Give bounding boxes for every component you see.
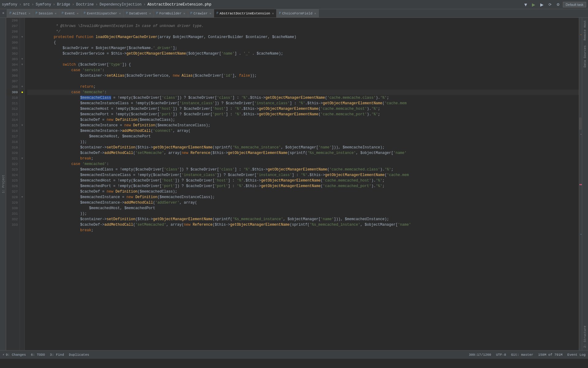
code-line-303: switch ($cacheDriver['type']) { xyxy=(27,56,579,62)
tab-dataevent[interactable]: P DataEvent ✕ xyxy=(124,9,154,17)
git-branch[interactable]: Git: master xyxy=(511,353,533,357)
tab-acltest[interactable]: P AclTest ✕ xyxy=(7,9,33,17)
data-sources-panel[interactable]: Data Sources xyxy=(583,43,587,70)
project-panel-label[interactable]: 1: Project xyxy=(1,173,6,195)
tab-eventdispatcher[interactable]: P EventDispatcher ✕ xyxy=(81,9,124,17)
line-numbers: 296 297 298 299 300 301 302 303 304 305 … xyxy=(6,18,20,350)
code-line-318: $container->setDefinition($this->getObje… xyxy=(27,139,579,145)
toolbar-step[interactable]: ⟳ xyxy=(547,2,553,7)
default-task-button[interactable]: Default task xyxy=(563,2,586,7)
code-line-307: return; xyxy=(27,79,579,84)
tab-close-formbuilder[interactable]: ✕ xyxy=(183,12,185,15)
vertical-scrollbar[interactable] xyxy=(579,18,582,350)
editor-main: 296 297 298 299 300 301 302 303 304 305 … xyxy=(6,18,582,350)
tab-session[interactable]: P Session ✕ xyxy=(33,9,59,17)
tab-close-acltest[interactable]: ✕ xyxy=(28,12,30,15)
cursor-position: 309:17/1260 xyxy=(469,353,491,357)
tabs-bar: ≡ P AclTest ✕ P Session ✕ P Event ✕ P Ev… xyxy=(0,9,588,18)
tab-close-event[interactable]: ✕ xyxy=(77,12,79,15)
tab-choiceformfield[interactable]: P ChoiceFormField ✕ xyxy=(277,9,319,17)
toolbar-run[interactable]: ▶ xyxy=(530,2,537,7)
right-sidebar: Remote Host Data Sources 2: Structure xyxy=(582,18,588,350)
fold-315[interactable]: ▼ xyxy=(20,123,24,128)
fold-299[interactable]: ▼ xyxy=(20,34,24,40)
tab-formbuilder[interactable]: P FormBuilder ✕ xyxy=(154,9,188,17)
encoding[interactable]: UTF-8 xyxy=(496,353,506,357)
breadcrumb-bar: symfony › src › Symfony › Bridge › Doctr… xyxy=(0,0,588,9)
project-panel-toggle[interactable]: ≡ xyxy=(0,9,7,17)
favorites-panel-label[interactable]: 2: Favorites xyxy=(0,324,1,350)
tab-crawler[interactable]: P Crawler ✕ xyxy=(188,9,214,17)
breadcrumb-di[interactable]: DependencyInjection xyxy=(100,2,141,7)
breadcrumb-symfony[interactable]: symfony xyxy=(2,2,17,7)
find-panel[interactable]: 3: Find xyxy=(50,353,64,357)
breadcrumb-bridge[interactable]: Bridge xyxy=(57,2,70,7)
toolbar-config[interactable]: ⚙ xyxy=(555,2,562,7)
fold-308[interactable]: ▼ xyxy=(20,84,24,90)
tab-event[interactable]: P Event ✕ xyxy=(59,9,81,17)
project-sidebar: 1: Project 2: Favorites xyxy=(0,18,6,350)
memory-usage: 158M of 791M xyxy=(538,353,562,357)
fold-321[interactable]: ▼ xyxy=(20,156,24,161)
status-right: 309:17/1260 UTF-8 Git: master 158M of 79… xyxy=(469,353,586,357)
breadcrumb-symfony2[interactable]: Symfony xyxy=(36,2,51,7)
code-line-300: $cacheDriver = $objectManager[$cacheName… xyxy=(27,40,579,45)
event-log-panel[interactable]: Event Log xyxy=(567,353,586,357)
code-editor[interactable]: * @throws \InvalidArgumentException In c… xyxy=(25,18,579,350)
remote-host-panel[interactable]: Remote Host xyxy=(583,18,587,43)
code-line-321: case 'memcached': xyxy=(27,156,579,161)
editor-container: 1: Project 2: Favorites 296 297 298 299 … xyxy=(0,18,588,350)
breadcrumb-file[interactable]: AbstractDoctrineExtension.php xyxy=(147,2,211,7)
tab-abstractdoctrineextension[interactable]: P AbstractDoctrineExtension ✕ xyxy=(214,9,277,17)
code-line-331: $container->setDefinition($this->getObje… xyxy=(27,211,579,217)
code-line-322: $memcachedClass = !empty($cacheDriver['c… xyxy=(27,161,579,167)
code-line-298: protected function loadObjectManagerCach… xyxy=(27,29,579,34)
tab-close-session[interactable]: ✕ xyxy=(55,12,57,15)
code-line-305: $container->setAlias($cacheDriverService… xyxy=(27,67,579,73)
status-bar: ⚡ 9: Changes 6: TODO 3: Find Duplicates … xyxy=(0,350,588,359)
tab-close-choiceformfield[interactable]: ✕ xyxy=(314,12,316,15)
changes-panel[interactable]: ⚡ 9: Changes xyxy=(2,353,26,357)
fold-328[interactable]: ▼ xyxy=(20,194,24,200)
scroll-thumb[interactable] xyxy=(579,117,582,130)
fold-303[interactable]: ▼ xyxy=(20,56,24,62)
todo-panel[interactable]: 6: TODO xyxy=(31,353,45,357)
code-line-296: * @throws \InvalidArgumentException In c… xyxy=(27,18,579,23)
tab-close-eventdispatcher[interactable]: ✕ xyxy=(119,12,121,15)
breadcrumb-doctrine[interactable]: Doctrine xyxy=(76,2,94,7)
structure-panel[interactable]: 2: Structure xyxy=(583,323,587,350)
code-line-308: case 'memcache': xyxy=(27,84,579,90)
fold-column: ▼ ▼ ▼ ▼ ● ▼ ▼ xyxy=(20,18,25,350)
code-line-309: $memcacheClass = !empty($cacheDriver['cl… xyxy=(27,90,579,95)
toolbar-dropdown[interactable]: ▾ xyxy=(522,1,529,8)
breadcrumb-src[interactable]: src xyxy=(23,2,30,7)
toolbar-debug[interactable]: ▶ xyxy=(538,2,545,7)
fold-304[interactable]: ▼ xyxy=(20,62,24,67)
tab-close-dataevent[interactable]: ✕ xyxy=(149,12,151,15)
tab-close-crawler[interactable]: ✕ xyxy=(209,12,211,15)
duplicates-panel[interactable]: Duplicates xyxy=(69,353,89,357)
tab-close-abstractdoctrineextension[interactable]: ✕ xyxy=(272,12,274,15)
